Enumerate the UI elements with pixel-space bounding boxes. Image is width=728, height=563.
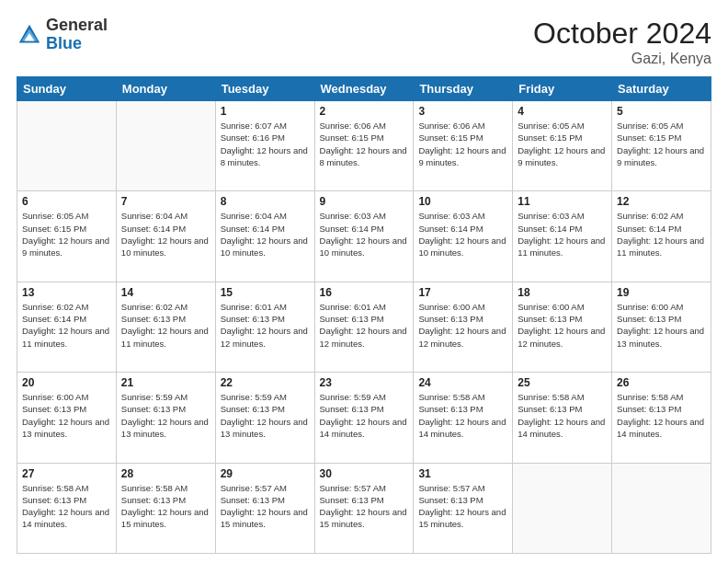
calendar-week-row: 27Sunrise: 5:58 AM Sunset: 6:13 PM Dayli… [17,463,711,553]
calendar-cell [612,463,711,553]
weekday-header-saturday: Saturday [612,77,711,101]
calendar-cell: 27Sunrise: 5:58 AM Sunset: 6:13 PM Dayli… [17,463,117,553]
day-info: Sunrise: 6:03 AM Sunset: 6:14 PM Dayligh… [418,210,507,259]
day-info: Sunrise: 6:01 AM Sunset: 6:13 PM Dayligh… [221,301,310,350]
calendar-cell [513,463,612,553]
day-info: Sunrise: 6:02 AM Sunset: 6:13 PM Dayligh… [121,301,210,350]
calendar-cell: 5Sunrise: 6:05 AM Sunset: 6:15 PM Daylig… [612,101,711,191]
day-number: 22 [221,376,310,389]
day-number: 13 [22,286,111,299]
weekday-header-sunday: Sunday [17,77,117,101]
day-info: Sunrise: 5:58 AM Sunset: 6:13 PM Dayligh… [518,391,607,440]
day-info: Sunrise: 6:06 AM Sunset: 6:15 PM Dayligh… [418,120,507,168]
calendar-cell: 16Sunrise: 6:01 AM Sunset: 6:13 PM Dayli… [314,282,414,372]
day-info: Sunrise: 5:58 AM Sunset: 6:13 PM Dayligh… [418,391,507,440]
day-number: 1 [221,105,310,118]
calendar-cell: 8Sunrise: 6:04 AM Sunset: 6:14 PM Daylig… [215,191,314,282]
day-number: 29 [221,467,310,480]
weekday-header-tuesday: Tuesday [215,77,314,101]
day-info: Sunrise: 5:58 AM Sunset: 6:13 PM Dayligh… [22,482,111,531]
day-info: Sunrise: 5:58 AM Sunset: 6:13 PM Dayligh… [617,391,706,440]
day-number: 5 [617,105,706,118]
page: General Blue October 2024 Gazi, Kenya Su… [0,0,728,563]
calendar-week-row: 13Sunrise: 6:02 AM Sunset: 6:14 PM Dayli… [17,282,711,372]
day-number: 21 [121,376,210,389]
day-number: 28 [121,467,210,480]
calendar-cell: 7Sunrise: 6:04 AM Sunset: 6:14 PM Daylig… [116,191,215,282]
day-info: Sunrise: 6:03 AM Sunset: 6:14 PM Dayligh… [518,210,607,259]
calendar-cell: 1Sunrise: 6:07 AM Sunset: 6:16 PM Daylig… [215,101,314,191]
weekday-header-monday: Monday [116,77,215,101]
logo-icon [17,22,42,48]
day-number: 19 [617,286,706,299]
title-block: October 2024 Gazi, Kenya [533,17,711,67]
day-info: Sunrise: 6:01 AM Sunset: 6:13 PM Dayligh… [320,301,409,350]
day-info: Sunrise: 5:59 AM Sunset: 6:13 PM Dayligh… [320,391,409,440]
day-info: Sunrise: 6:00 AM Sunset: 6:13 PM Dayligh… [418,301,507,350]
calendar-table: SundayMondayTuesdayWednesdayThursdayFrid… [17,76,711,554]
day-number: 24 [418,376,507,389]
calendar-cell: 4Sunrise: 6:05 AM Sunset: 6:15 PM Daylig… [513,101,612,191]
day-number: 17 [418,286,507,299]
day-number: 2 [320,105,409,118]
day-number: 18 [518,286,607,299]
calendar-cell: 6Sunrise: 6:05 AM Sunset: 6:15 PM Daylig… [17,191,117,282]
day-number: 3 [418,105,507,118]
calendar-cell: 26Sunrise: 5:58 AM Sunset: 6:13 PM Dayli… [612,373,711,463]
day-number: 8 [221,195,310,208]
day-number: 14 [121,286,210,299]
day-info: Sunrise: 6:04 AM Sunset: 6:14 PM Dayligh… [221,210,310,259]
day-number: 6 [22,195,111,208]
header: General Blue October 2024 Gazi, Kenya [17,17,711,67]
day-info: Sunrise: 5:59 AM Sunset: 6:13 PM Dayligh… [121,391,210,440]
day-info: Sunrise: 6:00 AM Sunset: 6:13 PM Dayligh… [518,301,607,350]
calendar-cell: 18Sunrise: 6:00 AM Sunset: 6:13 PM Dayli… [513,282,612,372]
day-info: Sunrise: 6:04 AM Sunset: 6:14 PM Dayligh… [121,210,210,259]
weekday-header-wednesday: Wednesday [314,77,414,101]
logo-general: General [46,17,108,35]
weekday-header-row: SundayMondayTuesdayWednesdayThursdayFrid… [17,77,711,101]
title-month: October 2024 [533,17,711,51]
day-info: Sunrise: 6:07 AM Sunset: 6:16 PM Dayligh… [221,120,310,168]
day-number: 12 [617,195,706,208]
calendar-cell: 23Sunrise: 5:59 AM Sunset: 6:13 PM Dayli… [314,373,414,463]
calendar-cell: 17Sunrise: 6:00 AM Sunset: 6:13 PM Dayli… [414,282,513,372]
day-number: 10 [418,195,507,208]
calendar-cell [116,101,215,191]
calendar-cell [17,101,117,191]
calendar-cell: 9Sunrise: 6:03 AM Sunset: 6:14 PM Daylig… [314,191,414,282]
calendar-cell: 12Sunrise: 6:02 AM Sunset: 6:14 PM Dayli… [612,191,711,282]
logo-blue: Blue [46,35,108,53]
day-info: Sunrise: 5:57 AM Sunset: 6:13 PM Dayligh… [418,482,507,531]
day-number: 30 [320,467,409,480]
calendar-cell: 11Sunrise: 6:03 AM Sunset: 6:14 PM Dayli… [513,191,612,282]
calendar-cell: 21Sunrise: 5:59 AM Sunset: 6:13 PM Dayli… [116,373,215,463]
day-number: 4 [518,105,607,118]
day-number: 26 [617,376,706,389]
calendar-cell: 22Sunrise: 5:59 AM Sunset: 6:13 PM Dayli… [215,373,314,463]
title-location: Gazi, Kenya [533,51,711,67]
day-number: 9 [320,195,409,208]
day-info: Sunrise: 6:02 AM Sunset: 6:14 PM Dayligh… [617,210,706,259]
weekday-header-friday: Friday [513,77,612,101]
calendar-cell: 19Sunrise: 6:00 AM Sunset: 6:13 PM Dayli… [612,282,711,372]
day-info: Sunrise: 6:00 AM Sunset: 6:13 PM Dayligh… [22,391,111,440]
day-number: 25 [518,376,607,389]
day-info: Sunrise: 5:59 AM Sunset: 6:13 PM Dayligh… [221,391,310,440]
calendar-cell: 14Sunrise: 6:02 AM Sunset: 6:13 PM Dayli… [116,282,215,372]
day-number: 15 [221,286,310,299]
day-number: 23 [320,376,409,389]
calendar-cell: 2Sunrise: 6:06 AM Sunset: 6:15 PM Daylig… [314,101,414,191]
calendar-cell: 20Sunrise: 6:00 AM Sunset: 6:13 PM Dayli… [17,373,117,463]
calendar-cell: 3Sunrise: 6:06 AM Sunset: 6:15 PM Daylig… [414,101,513,191]
calendar-week-row: 6Sunrise: 6:05 AM Sunset: 6:15 PM Daylig… [17,191,711,282]
logo: General Blue [17,17,108,53]
day-info: Sunrise: 6:05 AM Sunset: 6:15 PM Dayligh… [518,120,607,168]
calendar-cell: 25Sunrise: 5:58 AM Sunset: 6:13 PM Dayli… [513,373,612,463]
calendar-cell: 30Sunrise: 5:57 AM Sunset: 6:13 PM Dayli… [314,463,414,553]
calendar-cell: 13Sunrise: 6:02 AM Sunset: 6:14 PM Dayli… [17,282,117,372]
calendar-cell: 29Sunrise: 5:57 AM Sunset: 6:13 PM Dayli… [215,463,314,553]
calendar-cell: 28Sunrise: 5:58 AM Sunset: 6:13 PM Dayli… [116,463,215,553]
calendar-week-row: 20Sunrise: 6:00 AM Sunset: 6:13 PM Dayli… [17,373,711,463]
day-info: Sunrise: 6:05 AM Sunset: 6:15 PM Dayligh… [22,210,111,259]
